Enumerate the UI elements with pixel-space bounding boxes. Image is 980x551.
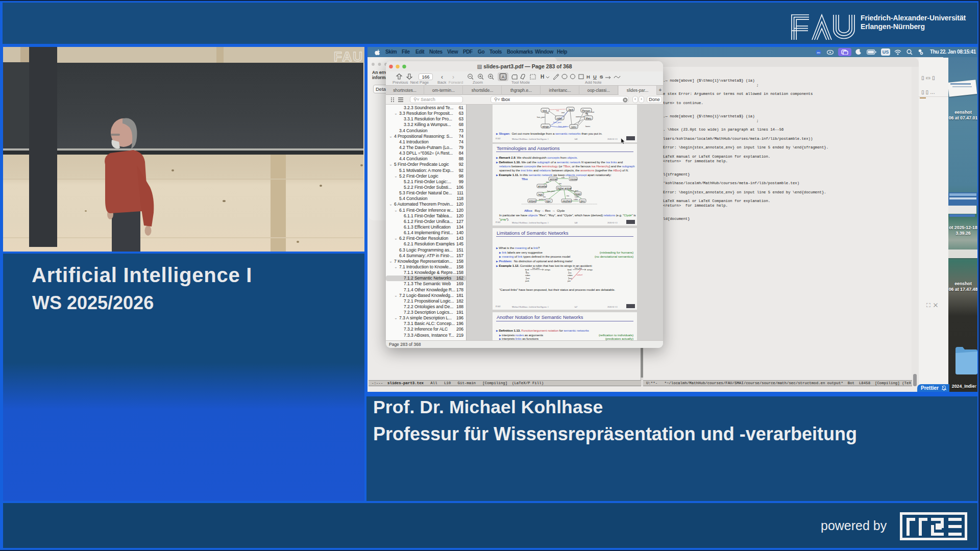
svg-text:inst: inst xyxy=(569,278,572,280)
svg-text:striped: striped xyxy=(529,200,536,203)
svg-text:Mary: Mary xyxy=(586,117,592,120)
svg-text:isa: isa xyxy=(543,196,546,198)
svg-text:inst: inst xyxy=(561,111,565,114)
svg-text:has_part: has_part xyxy=(553,121,561,123)
svg-text:H: H xyxy=(586,74,590,80)
svg-text:has_part: has_part xyxy=(575,267,582,269)
svg-text:elephant: elephant xyxy=(562,200,572,203)
svg-text:has_part: has_part xyxy=(571,190,579,192)
svg-text:pattern: pattern xyxy=(539,198,545,201)
svg-text:robin: robin xyxy=(525,274,530,277)
svg-text:H: H xyxy=(541,74,544,80)
svg-text:isa: isa xyxy=(556,109,559,112)
svg-text:wings: wings xyxy=(587,268,593,271)
svg-text:color: color xyxy=(574,198,578,201)
svg-text:inst: inst xyxy=(585,112,589,115)
svg-text:isa: isa xyxy=(546,112,549,114)
svg-text:tiger: tiger xyxy=(546,200,551,203)
svg-text:has_part: has_part xyxy=(537,116,545,118)
svg-text:TBox: TBox xyxy=(522,178,528,181)
svg-text:robin: robin xyxy=(568,274,573,277)
svg-text:robin: robin xyxy=(557,117,562,120)
svg-text:higher animal: higher animal xyxy=(557,187,572,190)
svg-text:bird: bird xyxy=(525,268,529,271)
svg-text:joe: joe xyxy=(567,280,571,282)
svg-text:amoeba: amoeba xyxy=(538,185,547,188)
svg-text:legs: legs xyxy=(538,193,543,196)
svg-text:can: can xyxy=(561,177,565,179)
svg-text:cancel: cancel xyxy=(577,274,582,276)
svg-text:inst: inst xyxy=(591,111,595,113)
svg-text:isa: isa xyxy=(569,272,572,274)
svg-text:owner_of: owner_of xyxy=(576,115,584,118)
svg-text:U: U xyxy=(593,74,597,80)
svg-text:moose: moose xyxy=(570,178,577,181)
svg-text:grey: grey xyxy=(580,200,585,203)
svg-text:wings: wings xyxy=(543,125,549,128)
svg-text:isa: isa xyxy=(527,272,529,274)
svg-text:Person: Person xyxy=(582,109,591,112)
svg-text:jack: jack xyxy=(525,280,530,282)
svg-text:isa: isa xyxy=(559,183,562,185)
svg-text:wings: wings xyxy=(545,268,551,271)
svg-text:S: S xyxy=(600,74,603,80)
svg-text:has_part: has_part xyxy=(547,190,555,192)
svg-text:head: head xyxy=(575,193,581,195)
svg-text:John: John xyxy=(571,126,577,129)
svg-text:has_part: has_part xyxy=(532,267,540,269)
svg-text:loves: loves xyxy=(585,125,590,128)
svg-text:has_part: has_part xyxy=(558,125,567,128)
svg-text:isa: isa xyxy=(567,195,570,197)
svg-text:bird: bird xyxy=(568,268,572,271)
svg-text:animal: animal xyxy=(550,178,557,181)
svg-text:inst: inst xyxy=(527,278,530,280)
svg-text:zm: zm xyxy=(817,51,820,54)
svg-text:Jack: Jack xyxy=(568,108,574,111)
svg-text:color: color xyxy=(575,196,579,198)
